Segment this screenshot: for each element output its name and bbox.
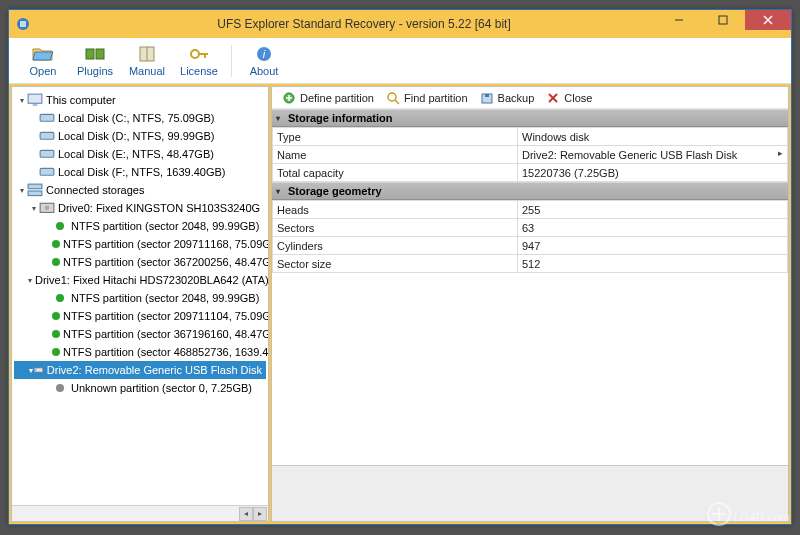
plugins-button[interactable]: Plugins (69, 39, 121, 83)
close-panel-button[interactable]: Close (542, 88, 596, 108)
about-label: About (250, 65, 279, 77)
prop-value: 512 (518, 255, 788, 273)
tree-drive2[interactable]: ▾Drive2: Removable Generic USB Flash Dis… (14, 361, 266, 379)
disk-icon (39, 112, 55, 124)
computer-icon (27, 94, 43, 106)
tree-partition[interactable]: NTFS partition (sector 2048, 99.99GB) (14, 217, 266, 235)
define-partition-button[interactable]: Define partition (278, 88, 378, 108)
prop-value: Windows disk (518, 128, 788, 146)
disk-icon (39, 148, 55, 160)
storage-info-header[interactable]: ▾Storage information (272, 109, 788, 127)
table-row: Total capacity15220736 (7.25GB) (273, 164, 788, 182)
storages-icon (27, 184, 43, 196)
expand-icon[interactable]: ▾ (16, 96, 27, 105)
prop-key: Heads (273, 201, 518, 219)
titlebar[interactable]: UFS Explorer Standard Recovery - version… (9, 10, 791, 38)
tree-drive0[interactable]: ▾Drive0: Fixed KINGSTON SH103S3240G (14, 199, 266, 217)
svg-line-31 (395, 100, 399, 104)
search-icon (386, 91, 400, 105)
tree-panel: ▾ This computer Local Disk (C:, NTFS, 75… (11, 86, 269, 522)
tree-connected-storages[interactable]: ▾ Connected storages (14, 181, 266, 199)
close-button[interactable] (745, 10, 791, 30)
close-icon (546, 91, 560, 105)
svg-rect-33 (485, 94, 489, 97)
storage-info-table: TypeWindows disk NameDrive2: Removable G… (272, 127, 788, 182)
tree-local-disk[interactable]: Local Disk (E:, NTFS, 48.47GB) (14, 145, 266, 163)
manual-button[interactable]: Manual (121, 39, 173, 83)
device-tree[interactable]: ▾ This computer Local Disk (C:, NTFS, 75… (12, 87, 268, 505)
storage-geom-table: Heads255 Sectors63 Cylinders947 Sector s… (272, 200, 788, 273)
find-partition-button[interactable]: Find partition (382, 88, 472, 108)
table-row: NameDrive2: Removable Generic USB Flash … (273, 146, 788, 164)
svg-rect-22 (28, 191, 42, 196)
tree-drive1[interactable]: ▾Drive1: Fixed Hitachi HDS723020BLA642 (… (14, 271, 266, 289)
tree-partition-unknown[interactable]: Unknown partition (sector 0, 7.25GB) (14, 379, 266, 397)
scroll-right-icon[interactable]: ▸ (253, 507, 267, 521)
tree-partition[interactable]: NTFS partition (sector 209711104, 75.09G… (14, 307, 266, 325)
about-button[interactable]: i About (238, 39, 290, 83)
collapse-icon[interactable]: ▾ (276, 187, 288, 196)
license-button[interactable]: License (173, 39, 225, 83)
tree-hscrollbar[interactable]: ◂ ▸ (12, 505, 268, 521)
license-label: License (180, 65, 218, 77)
more-icon[interactable]: ▸ (778, 148, 783, 158)
define-icon (282, 91, 296, 105)
tree-partition[interactable]: NTFS partition (sector 468852736, 1639.4… (14, 343, 266, 361)
backup-button[interactable]: Backup (476, 88, 539, 108)
scroll-left-icon[interactable]: ◂ (239, 507, 253, 521)
folder-open-icon (32, 45, 54, 63)
svg-rect-19 (40, 151, 54, 158)
plugins-icon (84, 45, 106, 63)
tree-partition[interactable]: NTFS partition (sector 367196160, 48.47G… (14, 325, 266, 343)
info-icon: i (253, 45, 275, 63)
prop-value[interactable]: Drive2: Removable Generic USB Flash Disk… (518, 146, 788, 164)
app-icon (15, 16, 31, 32)
tree-local-disk[interactable]: Local Disk (C:, NTFS, 75.09GB) (14, 109, 266, 127)
partition-ok-icon (52, 220, 68, 232)
collapse-icon[interactable]: ▾ (276, 114, 288, 123)
book-icon (136, 45, 158, 63)
toolbar-separator (231, 45, 232, 77)
svg-rect-16 (33, 105, 38, 106)
svg-point-10 (191, 50, 199, 58)
minimize-button[interactable] (657, 10, 701, 30)
svg-rect-1 (20, 21, 26, 27)
expand-icon[interactable]: ▾ (28, 276, 32, 285)
tree-partition[interactable]: NTFS partition (sector 2048, 99.99GB) (14, 289, 266, 307)
prop-key: Cylinders (273, 237, 518, 255)
table-row: Cylinders947 (273, 237, 788, 255)
tree-this-computer[interactable]: ▾ This computer (14, 91, 266, 109)
expand-icon[interactable]: ▾ (28, 204, 39, 213)
svg-rect-3 (719, 16, 727, 24)
tree-local-disk[interactable]: Local Disk (D:, NTFS, 99.99GB) (14, 127, 266, 145)
table-row: Heads255 (273, 201, 788, 219)
table-row: TypeWindows disk (273, 128, 788, 146)
status-box (272, 465, 788, 521)
disk-icon (39, 166, 55, 178)
svg-rect-20 (40, 169, 54, 176)
prop-value: 255 (518, 201, 788, 219)
svg-rect-21 (28, 184, 42, 189)
prop-key: Sector size (273, 255, 518, 273)
tree-partition[interactable]: NTFS partition (sector 209711168, 75.09G… (14, 235, 266, 253)
prop-value: 63 (518, 219, 788, 237)
partition-unknown-icon (52, 382, 68, 394)
scroll-track[interactable] (13, 507, 239, 521)
prop-key: Name (273, 146, 518, 164)
plugins-label: Plugins (77, 65, 113, 77)
partition-ok-icon (52, 310, 60, 322)
prop-value: 15220736 (7.25GB) (518, 164, 788, 182)
key-icon (188, 45, 210, 63)
manual-label: Manual (129, 65, 165, 77)
prop-key: Type (273, 128, 518, 146)
table-row: Sector size512 (273, 255, 788, 273)
maximize-button[interactable] (701, 10, 745, 30)
tree-local-disk[interactable]: Local Disk (F:, NTFS, 1639.40GB) (14, 163, 266, 181)
open-button[interactable]: Open (17, 39, 69, 83)
table-row: Sectors63 (273, 219, 788, 237)
prop-value: 947 (518, 237, 788, 255)
expand-icon[interactable]: ▾ (16, 186, 27, 195)
main-area: ▾ This computer Local Disk (C:, NTFS, 75… (9, 84, 791, 524)
tree-partition[interactable]: NTFS partition (sector 367200256, 48.47G… (14, 253, 266, 271)
storage-geom-header[interactable]: ▾Storage geometry (272, 182, 788, 200)
